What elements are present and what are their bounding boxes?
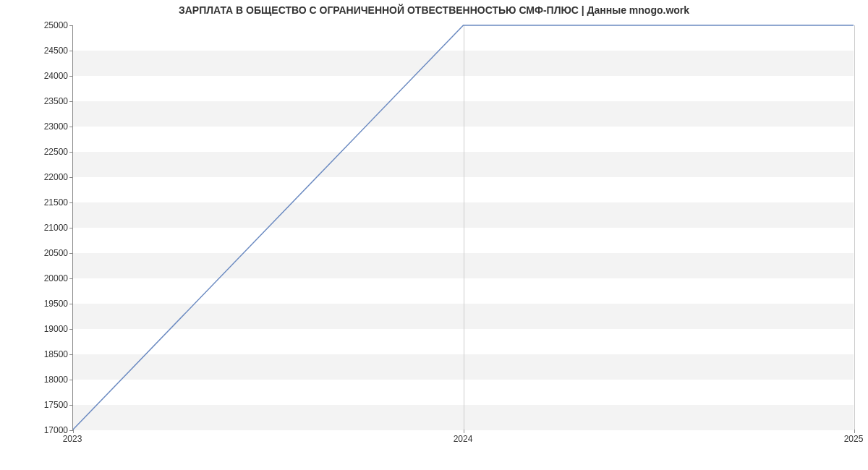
- y-tick-label: 22000: [25, 172, 68, 182]
- y-tick-label: 19000: [25, 324, 68, 334]
- y-tick-label: 17500: [25, 400, 68, 410]
- chart-container: ЗАРПЛАТА В ОБЩЕСТВО С ОГРАНИЧЕННОЙ ОТВЕС…: [0, 0, 868, 470]
- y-tick-label: 21000: [25, 223, 68, 233]
- line-series: [73, 25, 854, 430]
- y-tick-label: 17000: [25, 425, 68, 435]
- y-tick-label: 19500: [25, 299, 68, 309]
- y-tick-label: 20500: [25, 248, 68, 258]
- x-tick-label: 2025: [844, 434, 864, 444]
- y-tick-label: 23000: [25, 121, 68, 132]
- y-tick-label: 20000: [25, 273, 68, 283]
- x-tick-label: 2023: [63, 434, 82, 444]
- x-tick-label: 2024: [454, 434, 473, 444]
- plot-area: [72, 25, 854, 430]
- y-tick-label: 22500: [25, 147, 68, 157]
- chart-title: ЗАРПЛАТА В ОБЩЕСТВО С ОГРАНИЧЕННОЙ ОТВЕС…: [0, 4, 868, 16]
- y-tick-label: 18000: [25, 375, 68, 385]
- y-tick-label: 25000: [25, 20, 68, 30]
- x-tick-mark: [854, 430, 855, 433]
- y-tick-label: 24000: [25, 71, 68, 81]
- x-tick-mark: [464, 430, 464, 433]
- x-tick-mark: [73, 430, 74, 433]
- data-line: [73, 25, 854, 430]
- y-tick-label: 18500: [25, 349, 68, 359]
- y-tick-label: 23500: [25, 96, 68, 106]
- y-tick-label: 21500: [25, 197, 68, 208]
- x-grid-line: [854, 25, 855, 430]
- y-tick-label: 24500: [25, 46, 68, 56]
